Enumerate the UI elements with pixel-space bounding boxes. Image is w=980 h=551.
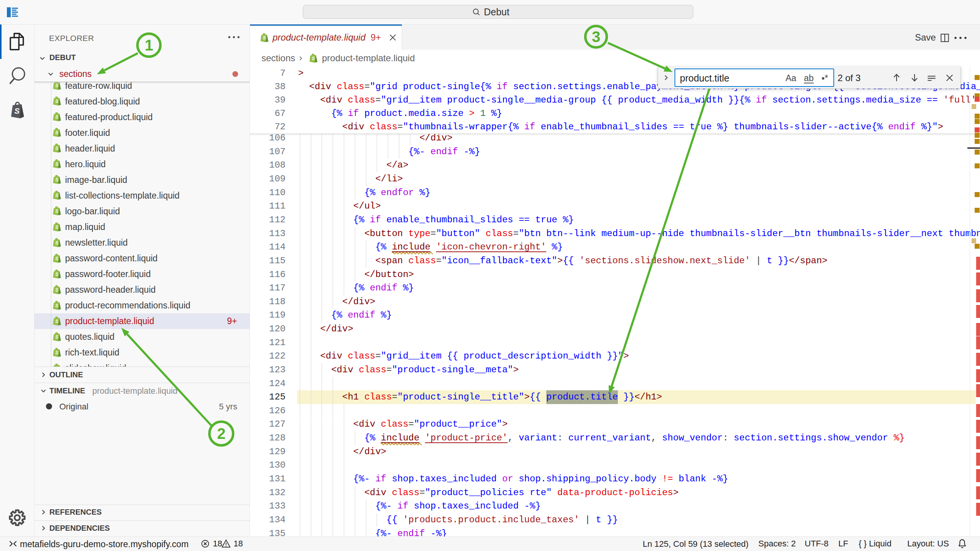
svg-text:3: 3 — [592, 28, 600, 45]
svg-text:2: 2 — [217, 425, 225, 442]
svg-text:1: 1 — [145, 37, 153, 54]
